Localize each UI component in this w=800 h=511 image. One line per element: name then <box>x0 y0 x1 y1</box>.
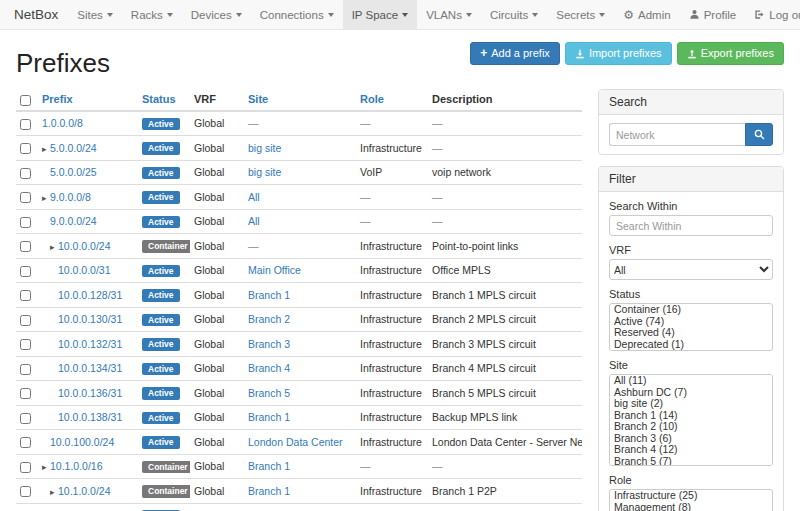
prefix-link[interactable]: 10.0.0.132/31 <box>58 338 122 350</box>
column-header-site[interactable]: Site <box>244 89 356 111</box>
vrf-value: Global <box>194 460 224 472</box>
site-link[interactable]: Branch 5 <box>248 387 290 399</box>
row-checkbox[interactable] <box>20 192 31 203</box>
listbox-option[interactable]: Management (8) <box>610 502 772 511</box>
brand[interactable]: NetBox <box>10 0 68 29</box>
site-link[interactable]: big site <box>248 166 281 178</box>
select-all-checkbox[interactable] <box>20 95 31 106</box>
column-header-role[interactable]: Role <box>356 89 428 111</box>
status-badge: Container <box>142 461 190 474</box>
row-checkbox[interactable] <box>20 241 31 252</box>
listbox-option[interactable]: Branch 2 (10) <box>610 421 772 433</box>
prefix-cell: 10.0.0.130/31 <box>38 307 138 332</box>
row-checkbox[interactable] <box>20 462 31 473</box>
row-checkbox[interactable] <box>20 266 31 277</box>
listbox-option[interactable]: big site (2) <box>610 398 772 410</box>
prefix-link[interactable]: 10.0.100.0/24 <box>50 436 114 448</box>
prefix-link[interactable]: 10.1.0.0/24 <box>58 485 111 497</box>
site-link[interactable]: Branch 1 <box>248 485 290 497</box>
nav-item-devices[interactable]: Devices <box>182 0 251 29</box>
nav-item-profile[interactable]: Profile <box>680 0 746 29</box>
status-listbox[interactable]: Container (16)Active (74)Reserved (4)Dep… <box>609 303 773 351</box>
site-link[interactable]: Branch 4 <box>248 362 290 374</box>
status-cell: Active <box>138 209 190 234</box>
row-checkbox[interactable] <box>20 315 31 326</box>
import-prefixes-button[interactable]: Import prefixes <box>565 42 672 65</box>
nav-item-secrets[interactable]: Secrets <box>547 0 614 29</box>
row-checkbox[interactable] <box>20 217 31 228</box>
vrf-select[interactable]: All <box>609 259 773 280</box>
nav-item-logout[interactable]: Log out <box>745 0 800 29</box>
status-badge: Active <box>142 436 180 449</box>
listbox-option[interactable]: Branch 5 (7) <box>610 456 772 467</box>
listbox-option[interactable]: Container (16) <box>610 304 772 316</box>
row-checkbox[interactable] <box>20 168 31 179</box>
description-cell: — <box>428 209 582 234</box>
role-cell: Infrastructure <box>356 136 428 161</box>
listbox-option[interactable]: Branch 4 (12) <box>610 444 772 456</box>
prefix-link[interactable]: 10.1.0.0/16 <box>50 460 103 472</box>
table-row: ▸9.0.0.0/8ActiveGlobalAll—— <box>16 185 582 210</box>
row-checkbox[interactable] <box>20 339 31 350</box>
vrf-cell: Global <box>190 283 244 308</box>
column-header-prefix[interactable]: Prefix <box>38 89 138 111</box>
listbox-option[interactable]: Infrastructure (25) <box>610 490 772 502</box>
row-checkbox[interactable] <box>20 143 31 154</box>
search-within-input[interactable] <box>609 215 773 236</box>
nav-item-connections[interactable]: Connections <box>251 0 343 29</box>
row-checkbox[interactable] <box>20 388 31 399</box>
role-value: VoIP <box>360 166 382 178</box>
site-link[interactable]: Branch 3 <box>248 338 290 350</box>
search-button[interactable] <box>745 123 773 146</box>
column-header-description: Description <box>428 89 582 111</box>
nav-item-ip-space[interactable]: IP Space <box>343 0 417 29</box>
site-link[interactable]: Main Office <box>248 264 301 276</box>
prefix-link[interactable]: 10.0.0.138/31 <box>58 411 122 423</box>
listbox-option[interactable]: Deprecated (1) <box>610 339 772 351</box>
listbox-option[interactable]: All (11) <box>610 375 772 387</box>
role-listbox[interactable]: Infrastructure (25)Management (8)Private… <box>609 489 773 511</box>
prefix-link[interactable]: 5.0.0.0/24 <box>50 142 97 154</box>
site-link[interactable]: All <box>248 215 260 227</box>
add-prefix-button[interactable]: + Add a prefix <box>470 42 560 65</box>
search-input[interactable] <box>609 123 745 146</box>
site-listbox[interactable]: All (11)Ashburn DC (7)big site (2)Branch… <box>609 374 773 466</box>
prefix-link[interactable]: 10.0.0.136/31 <box>58 387 122 399</box>
indent-spacer <box>42 175 50 176</box>
site-link[interactable]: All <box>248 191 260 203</box>
prefix-link[interactable]: 9.0.0.0/8 <box>50 191 91 203</box>
row-checkbox[interactable] <box>20 119 31 130</box>
prefix-link[interactable]: 5.0.0.0/25 <box>50 166 97 178</box>
prefix-link[interactable]: 10.0.0.128/31 <box>58 289 122 301</box>
nav-item-sites[interactable]: Sites <box>68 0 122 29</box>
nav-item-circuits[interactable]: Circuits <box>481 0 547 29</box>
listbox-option[interactable]: Reserved (4) <box>610 327 772 339</box>
prefix-link[interactable]: 10.0.0.0/24 <box>58 240 111 252</box>
checkbox-cell <box>16 234 38 259</box>
prefix-link[interactable]: 10.0.0.134/31 <box>58 362 122 374</box>
row-checkbox[interactable] <box>20 413 31 424</box>
row-checkbox[interactable] <box>20 486 31 497</box>
prefix-link[interactable]: 1.0.0.0/8 <box>42 117 83 129</box>
site-cell: Main Office <box>244 258 356 283</box>
site-link[interactable]: big site <box>248 142 281 154</box>
nav-item-admin[interactable]: ⚙ Admin <box>614 0 679 29</box>
prefix-link[interactable]: 10.0.0.0/31 <box>58 264 111 276</box>
prefix-link[interactable]: 10.0.0.130/31 <box>58 313 122 325</box>
nav-item-racks[interactable]: Racks <box>122 0 182 29</box>
export-prefixes-button[interactable]: Export prefixes <box>677 42 784 65</box>
checkbox-cell <box>16 332 38 357</box>
site-link[interactable]: Branch 2 <box>248 313 290 325</box>
site-link[interactable]: Branch 1 <box>248 460 290 472</box>
site-link[interactable]: Branch 1 <box>248 289 290 301</box>
search-icon <box>754 129 765 140</box>
row-checkbox[interactable] <box>20 364 31 375</box>
row-checkbox[interactable] <box>20 290 31 301</box>
column-header-status[interactable]: Status <box>138 89 190 111</box>
site-link[interactable]: Branch 1 <box>248 411 290 423</box>
nav-item-vlans[interactable]: VLANs <box>417 0 481 29</box>
prefix-link[interactable]: 9.0.0.0/24 <box>50 215 97 227</box>
row-checkbox[interactable] <box>20 437 31 448</box>
nav-item-label: Circuits <box>490 9 528 21</box>
site-link[interactable]: London Data Center <box>248 436 343 448</box>
